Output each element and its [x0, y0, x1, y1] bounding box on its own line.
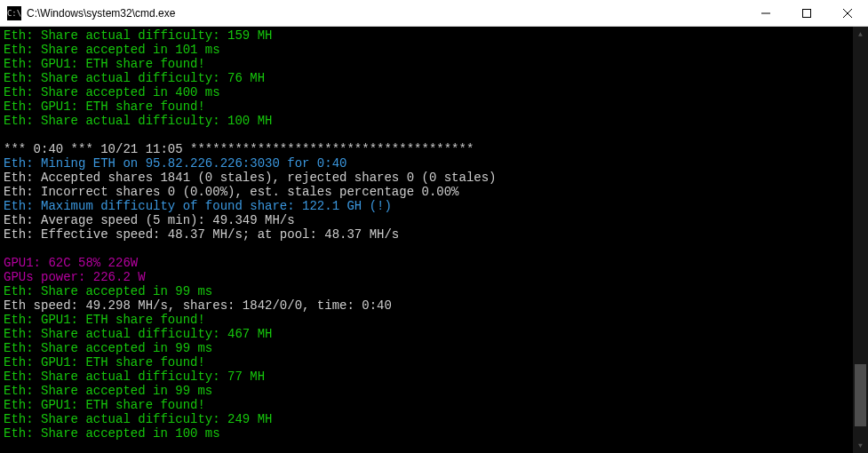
minimize-button[interactable] [745, 0, 786, 27]
terminal-line: Eth: GPU1: ETH share found! [4, 313, 849, 327]
scrollbar[interactable]: ▲ ▼ [853, 27, 868, 453]
terminal-line [4, 128, 849, 142]
terminal-line: Eth: Share actual difficulty: 77 MH [4, 370, 849, 384]
terminal-line: Eth: GPU1: ETH share found! [4, 99, 849, 114]
terminal-line: Eth: Share accepted in 99 ms [4, 341, 849, 355]
terminal-line [4, 242, 849, 256]
scroll-up-button[interactable]: ▲ [853, 27, 868, 42]
window-controls [745, 0, 868, 27]
terminal-line: GPUs power: 226.2 W [4, 270, 849, 284]
terminal-line: Eth: Incorrect shares 0 (0.00%), est. st… [4, 185, 849, 199]
terminal-line: GPU1: 62C 58% 226W [4, 256, 849, 270]
terminal-line: Eth: Effective speed: 48.37 MH/s; at poo… [4, 227, 849, 242]
cmd-icon: C:\ [7, 6, 21, 20]
close-button[interactable] [827, 0, 868, 27]
scroll-down-button[interactable]: ▼ [853, 438, 868, 453]
terminal-line: *** 0:40 *** 10/21 11:05 ***************… [4, 142, 849, 156]
terminal-line: Eth: Maximum difficulty of found share: … [4, 199, 849, 213]
maximize-button[interactable] [786, 0, 827, 27]
terminal-line: Eth: Share accepted in 101 ms [4, 43, 849, 57]
svg-rect-1 [803, 9, 811, 17]
terminal-output[interactable]: Eth: Share actual difficulty: 159 MHEth:… [0, 27, 853, 453]
terminal-line: Eth: Share accepted in 400 ms [4, 85, 849, 99]
terminal-line: Eth: Share actual difficulty: 76 MH [4, 71, 849, 85]
terminal-line: Eth: GPU1: ETH share found! [4, 355, 849, 370]
terminal-line: Eth: Share actual difficulty: 249 MH [4, 412, 849, 426]
terminal-line: Eth: Mining ETH on 95.82.226.226:3030 fo… [4, 156, 849, 171]
terminal-line: Eth speed: 49.298 MH/s, shares: 1842/0/0… [4, 298, 849, 313]
terminal-line: Eth: Share accepted in 99 ms [4, 384, 849, 398]
terminal-line: Eth: Accepted shares 1841 (0 stales), re… [4, 171, 849, 185]
window-titlebar: C:\ C:\Windows\system32\cmd.exe [0, 0, 868, 27]
terminal-line: Eth: Share actual difficulty: 467 MH [4, 327, 849, 341]
window-title: C:\Windows\system32\cmd.exe [27, 6, 745, 20]
terminal-line: Eth: Share accepted in 99 ms [4, 284, 849, 298]
terminal-line: Eth: Share actual difficulty: 159 MH [4, 28, 849, 43]
terminal-line: Eth: Share actual difficulty: 100 MH [4, 114, 849, 128]
terminal-line: Eth: Average speed (5 min): 49.349 MH/s [4, 213, 849, 227]
terminal-container: Eth: Share actual difficulty: 159 MHEth:… [0, 27, 868, 453]
terminal-line: Eth: GPU1: ETH share found! [4, 57, 849, 71]
terminal-line: Eth: GPU1: ETH share found! [4, 398, 849, 412]
terminal-line: Eth: Share accepted in 100 ms [4, 426, 849, 441]
scrollbar-thumb[interactable] [855, 364, 866, 426]
